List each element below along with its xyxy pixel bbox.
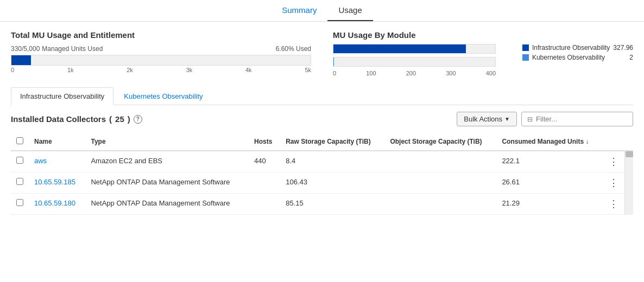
col-header-raw-storage: Raw Storage Capacity (TiB): [280, 133, 384, 151]
data-table: Name Type Hosts Raw Storage Capacity (Ti…: [11, 133, 633, 215]
row-type-0: Amazon EC2 and EBS: [85, 151, 249, 172]
mu-legend: Infrastructure Observability 327.96 Kube…: [522, 44, 633, 63]
row-object-storage-0: [384, 151, 496, 172]
col-header-actions: [603, 133, 625, 151]
row-name-link-0[interactable]: aws: [34, 157, 47, 165]
col-header-name: Name: [29, 133, 85, 151]
row-actions-2: ⋮: [603, 194, 625, 215]
legend-item-k8s: Kubernetes Observability 2: [522, 54, 633, 61]
row-checkbox-1[interactable]: [16, 178, 23, 185]
row-checkbox-0[interactable]: [16, 157, 23, 164]
chevron-down-icon: ▼: [504, 116, 510, 122]
row-raw-storage-2: 85.15: [280, 194, 384, 215]
sub-tab-infra[interactable]: Infrastructure Observability: [11, 87, 113, 105]
total-mu-section: Total MU Usage and Entitlement 330/5,000…: [11, 30, 311, 76]
module-bar-row-k8s: [333, 57, 512, 67]
row-actions-0: ⋮: [603, 151, 625, 172]
scrollbar-header: [624, 133, 633, 151]
legend-color-k8s: [522, 54, 529, 61]
mu-module-chart: 0 100 200 300 400 Infrastructure Observa…: [333, 44, 633, 76]
row-type-1: NetApp ONTAP Data Management Software: [85, 172, 249, 194]
filter-input[interactable]: [536, 115, 627, 123]
col-header-type: Type: [85, 133, 249, 151]
table-row: 10.65.59.180 NetApp ONTAP Data Managemen…: [11, 194, 633, 215]
row-name-link-1[interactable]: 10.65.59.185: [34, 178, 75, 186]
filter-icon: ⊟: [527, 116, 533, 123]
row-name-1: 10.65.59.185: [29, 172, 85, 194]
table-row: 10.65.59.185 NetApp ONTAP Data Managemen…: [11, 172, 633, 194]
mu-module-bars: 0 100 200 300 400: [333, 44, 512, 76]
col-header-object-storage: Object Storage Capacity (TiB): [384, 133, 496, 151]
row-name-2: 10.65.59.180: [29, 194, 85, 215]
total-mu-bar-bg: [11, 55, 311, 66]
legend-item-infra: Infrastructure Observability 327.96: [522, 44, 633, 52]
total-mu-bar-fill: [11, 55, 31, 65]
row-menu-0[interactable]: ⋮: [609, 156, 619, 167]
help-icon[interactable]: ?: [134, 115, 142, 124]
sort-icon-consumed: ↓: [585, 138, 589, 145]
section-title: Installed Data Collectors (25) ?: [11, 114, 142, 124]
scrollbar-cell-2: [624, 194, 633, 215]
row-actions-1: ⋮: [603, 172, 625, 194]
row-checkbox-2[interactable]: [16, 199, 23, 206]
top-tabs: Summary Usage: [0, 0, 644, 22]
legend-color-infra: [522, 44, 529, 51]
row-name-0: aws: [29, 151, 85, 172]
row-menu-1[interactable]: ⋮: [609, 177, 619, 188]
table-header: Name Type Hosts Raw Storage Capacity (Ti…: [11, 133, 633, 151]
row-checkbox-cell: [11, 194, 29, 215]
row-name-link-2[interactable]: 10.65.59.180: [34, 199, 75, 207]
total-mu-bar: 0 1k 2k 3k 4k 5k: [11, 55, 311, 73]
scrollbar-cell-0: [624, 151, 633, 172]
row-hosts-2: [249, 194, 280, 215]
scrollbar-cell-1: [624, 172, 633, 194]
row-raw-storage-1: 106.43: [280, 172, 384, 194]
sub-tab-k8s[interactable]: Kubernetes Observability: [115, 87, 212, 105]
tab-usage[interactable]: Usage: [327, 0, 372, 21]
table-wrapper: Name Type Hosts Raw Storage Capacity (Ti…: [11, 133, 633, 215]
charts-row: Total MU Usage and Entitlement 330/5,000…: [11, 30, 633, 76]
main-content: Total MU Usage and Entitlement 330/5,000…: [0, 22, 644, 223]
filter-box[interactable]: ⊟: [521, 112, 633, 126]
total-mu-title: Total MU Usage and Entitlement: [11, 30, 311, 40]
section-header: Installed Data Collectors (25) ? Bulk Ac…: [11, 112, 633, 126]
header-actions: Bulk Actions ▼ ⊟: [457, 112, 633, 126]
mu-count: 330/5,000 Managed Units Used: [11, 44, 103, 53]
mu-by-module-title: MU Usage By Module: [333, 30, 633, 40]
col-header-consumed: Consumed Managed Units ↓: [496, 133, 603, 151]
row-consumed-2: 21.29: [496, 194, 603, 215]
row-checkbox-cell: [11, 151, 29, 172]
row-checkbox-cell: [11, 172, 29, 194]
row-type-2: NetApp ONTAP Data Management Software: [85, 194, 249, 215]
sub-tabs: Infrastructure Observability Kubernetes …: [11, 87, 633, 105]
row-menu-2[interactable]: ⋮: [609, 198, 619, 209]
select-all-checkbox[interactable]: [16, 137, 23, 144]
row-consumed-0: 222.1: [496, 151, 603, 172]
tab-summary[interactable]: Summary: [271, 0, 327, 21]
mu-by-module-section: MU Usage By Module 0 10: [333, 30, 633, 76]
table-body: aws Amazon EC2 and EBS 440 8.4 222.1 ⋮ 1…: [11, 151, 633, 215]
mu-pct: 6.60% Used: [276, 45, 311, 53]
module-bar-row-infra: [333, 44, 512, 54]
table-row: aws Amazon EC2 and EBS 440 8.4 222.1 ⋮: [11, 151, 633, 172]
row-object-storage-2: [384, 194, 496, 215]
row-hosts-1: [249, 172, 280, 194]
col-header-hosts: Hosts: [249, 133, 280, 151]
row-object-storage-1: [384, 172, 496, 194]
row-raw-storage-0: 8.4: [280, 151, 384, 172]
bulk-actions-button[interactable]: Bulk Actions ▼: [457, 112, 517, 126]
select-all-header: [11, 133, 29, 151]
total-mu-bar-labels: 0 1k 2k 3k 4k 5k: [11, 67, 311, 73]
row-hosts-0: 440: [249, 151, 280, 172]
row-consumed-1: 26.61: [496, 172, 603, 194]
